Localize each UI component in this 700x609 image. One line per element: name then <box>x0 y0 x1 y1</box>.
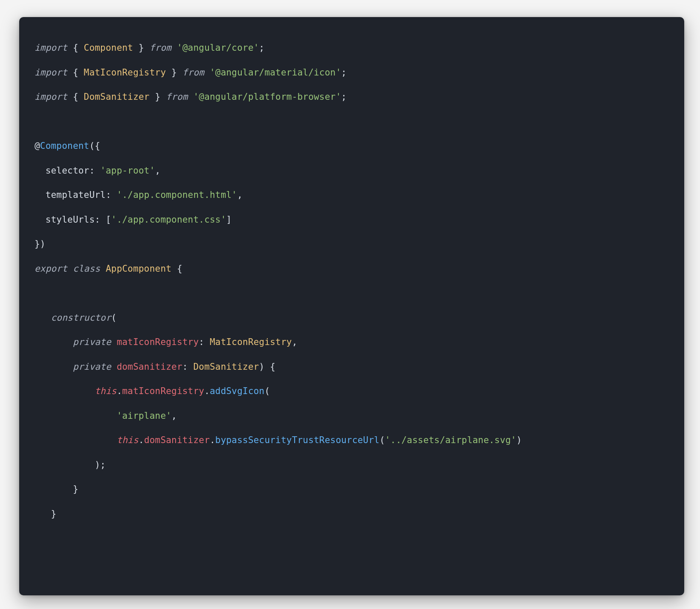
brace: } <box>166 67 182 78</box>
member-maticonregistry: matIconRegistry <box>122 386 205 396</box>
space <box>95 165 100 176</box>
dot: . <box>204 386 210 396</box>
string-selector: 'app-root' <box>100 165 155 176</box>
brace: { <box>67 92 84 102</box>
string-style: './app.component.css' <box>111 215 226 225</box>
paren-open: ({ <box>89 141 100 151</box>
type-domsanitizer: DomSanitizer <box>193 362 259 372</box>
space <box>100 264 106 274</box>
param-maticonregistry: matIconRegistry <box>117 337 199 347</box>
indent <box>35 313 51 323</box>
semicolon: ; <box>341 67 347 78</box>
paren-open: ( <box>111 313 117 323</box>
keyword-this: this <box>95 386 116 396</box>
code-content: import { Component } from '@angular/core… <box>35 36 669 526</box>
paren-open: ( <box>379 435 385 445</box>
comma: , <box>292 337 298 347</box>
semicolon: ; <box>341 92 347 102</box>
brace: } <box>150 92 166 102</box>
paren-open: ( <box>264 386 270 396</box>
paren-close: ) <box>516 435 522 445</box>
string-module: '@angular/core' <box>177 43 259 53</box>
space <box>111 190 117 200</box>
space <box>171 264 177 274</box>
paren-close: }) <box>35 239 46 249</box>
indent <box>35 435 117 445</box>
keyword-import: import <box>35 67 67 78</box>
indent <box>35 190 46 200</box>
keyword-class: class <box>73 264 100 274</box>
brace-close: } <box>73 484 78 494</box>
class-domsanitizer: DomSanitizer <box>84 92 150 102</box>
keyword-from: from <box>150 43 171 53</box>
brace-close: } <box>51 509 57 519</box>
indent <box>35 362 73 372</box>
semicolon: ; <box>259 43 265 53</box>
space <box>111 362 117 372</box>
indent <box>35 337 73 347</box>
space <box>188 92 194 102</box>
paren-brace: ) { <box>259 362 276 372</box>
comma: , <box>237 190 243 200</box>
dot: . <box>117 386 122 396</box>
param-domsanitizer: domSanitizer <box>117 362 182 372</box>
bracket-close: ] <box>226 215 232 225</box>
prop-selector: selector: <box>46 165 95 176</box>
space <box>204 67 210 78</box>
dot: . <box>139 435 144 445</box>
prop-styleurls: styleUrls: <box>46 215 100 225</box>
keyword-private: private <box>73 337 111 347</box>
member-domsanitizer: domSanitizer <box>144 435 210 445</box>
decorator-at: @ <box>35 141 40 151</box>
keyword-export: export <box>35 264 67 274</box>
class-maticonregistry: MatIconRegistry <box>84 67 166 78</box>
string-airplane: 'airplane' <box>117 411 171 421</box>
keyword-import: import <box>35 92 67 102</box>
bracket: [ <box>100 215 111 225</box>
keyword-constructor: constructor <box>51 313 111 323</box>
dot: . <box>210 435 215 445</box>
brace: { <box>177 264 182 274</box>
type-maticonregistry: MatIconRegistry <box>210 337 292 347</box>
indent <box>35 484 73 494</box>
indent <box>35 411 117 421</box>
space <box>67 264 73 274</box>
space <box>111 337 117 347</box>
indent <box>35 386 95 396</box>
keyword-private: private <box>73 362 111 372</box>
keyword-this: this <box>117 435 139 445</box>
string-module: '@angular/material/icon' <box>210 67 341 78</box>
keyword-from: from <box>182 67 204 78</box>
method-bypass: bypassSecurityTrustResourceUrl <box>215 435 379 445</box>
indent <box>35 215 46 225</box>
prop-templateurl: templateUrl: <box>46 190 111 200</box>
string-module: '@angular/platform-browser' <box>193 92 341 102</box>
class-appcomponent: AppComponent <box>106 264 171 274</box>
colon: : <box>182 362 194 372</box>
indent <box>35 509 51 519</box>
decorator-component: Component <box>40 141 90 151</box>
class-component: Component <box>84 43 133 53</box>
string-template: './app.component.html' <box>117 190 237 200</box>
keyword-import: import <box>35 43 67 53</box>
indent <box>35 165 46 176</box>
indent <box>35 460 95 470</box>
space <box>171 43 177 53</box>
keyword-from: from <box>166 92 188 102</box>
code-block-card: import { Component } from '@angular/core… <box>19 17 684 595</box>
paren-semi: ); <box>95 460 106 470</box>
brace: { <box>67 67 84 78</box>
colon: : <box>199 337 210 347</box>
method-addsvgicon: addSvgIcon <box>210 386 264 396</box>
string-svgpath: '../assets/airplane.svg' <box>385 435 516 445</box>
comma: , <box>155 165 161 176</box>
brace: } <box>133 43 150 53</box>
comma: , <box>171 411 177 421</box>
brace: { <box>67 43 84 53</box>
